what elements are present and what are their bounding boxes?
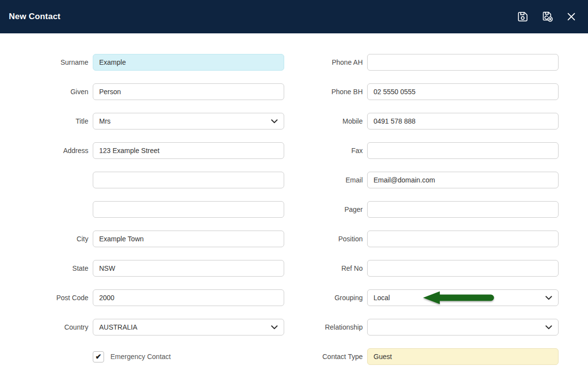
chevron-down-icon	[271, 323, 278, 331]
mobile-input[interactable]	[367, 113, 559, 129]
postcode-label: Post Code	[0, 294, 88, 302]
close-x-icon	[566, 12, 576, 22]
address2-input[interactable]	[93, 172, 284, 188]
fax-row: Fax	[294, 142, 559, 159]
address2-row	[0, 172, 284, 188]
given-label: Given	[0, 88, 88, 96]
country-select[interactable]: AUSTRALIA	[93, 319, 284, 335]
emergency-contact-label: Emergency Contact	[110, 353, 171, 361]
surname-input[interactable]	[93, 54, 284, 71]
postcode-input[interactable]	[93, 289, 284, 306]
phone-ah-row: Phone AH	[294, 54, 559, 71]
surname-row: Surname	[0, 54, 284, 71]
chevron-down-icon	[545, 294, 552, 302]
pager-label: Pager	[294, 206, 363, 213]
city-row: City	[0, 231, 284, 247]
fax-input[interactable]	[367, 142, 559, 159]
phone-ah-input[interactable]	[367, 54, 559, 71]
country-label: Country	[0, 323, 88, 331]
dialog-header: New Contact	[0, 0, 588, 33]
relationship-label: Relationship	[294, 323, 363, 331]
ref-no-label: Ref No	[294, 264, 363, 272]
save-button[interactable]	[515, 9, 530, 24]
state-row: State	[0, 260, 284, 277]
chevron-down-icon	[271, 117, 278, 125]
mobile-label: Mobile	[294, 117, 363, 125]
pager-row: Pager	[294, 201, 559, 218]
grouping-row: Grouping Local	[294, 289, 559, 306]
form-left-column: Surname Given Title Mrs Address	[0, 54, 284, 378]
relationship-row: Relationship	[294, 319, 559, 335]
save-discard-floppy-x-icon	[541, 10, 555, 24]
address-label: Address	[0, 147, 88, 155]
given-input[interactable]	[93, 83, 284, 100]
address3-input[interactable]	[93, 201, 284, 218]
phone-bh-label: Phone BH	[294, 88, 363, 96]
contact-type-row: Contact Type	[294, 348, 559, 365]
country-row: Country AUSTRALIA	[0, 319, 284, 335]
postcode-row: Post Code	[0, 289, 284, 306]
contact-type-input[interactable]	[367, 348, 559, 365]
save-discard-button[interactable]	[540, 9, 556, 25]
form-right-column: Phone AH Phone BH Mobile Fax Email Pager…	[294, 54, 559, 378]
title-select[interactable]: Mrs	[93, 113, 284, 129]
state-input[interactable]	[93, 260, 284, 277]
position-input[interactable]	[367, 231, 559, 247]
city-input[interactable]	[93, 231, 284, 247]
ref-no-row: Ref No	[294, 260, 559, 277]
checkmark-icon: ✔	[95, 352, 102, 361]
position-label: Position	[294, 235, 363, 243]
grouping-label: Grouping	[294, 294, 363, 302]
ref-no-input[interactable]	[367, 260, 559, 277]
fax-label: Fax	[294, 147, 363, 155]
phone-ah-label: Phone AH	[294, 58, 363, 66]
relationship-select[interactable]	[367, 319, 559, 335]
contact-type-label: Contact Type	[294, 353, 363, 361]
phone-bh-row: Phone BH	[294, 83, 559, 100]
title-label: Title	[0, 117, 88, 125]
phone-bh-input[interactable]	[367, 83, 559, 100]
email-row: Email	[294, 172, 559, 188]
emergency-contact-row: ✔ Emergency Contact	[93, 348, 284, 365]
city-label: City	[0, 235, 88, 243]
surname-label: Surname	[0, 58, 88, 66]
grouping-select-value: Local	[374, 294, 390, 302]
dialog-title: New Contact	[9, 12, 60, 22]
email-label: Email	[294, 176, 363, 184]
state-label: State	[0, 264, 88, 272]
position-row: Position	[294, 231, 559, 247]
email-input[interactable]	[367, 172, 559, 188]
emergency-contact-checkbox[interactable]: ✔	[93, 351, 104, 362]
given-row: Given	[0, 83, 284, 100]
grouping-select[interactable]: Local	[367, 289, 559, 306]
title-row: Title Mrs	[0, 113, 284, 129]
close-button[interactable]	[565, 11, 577, 23]
save-floppy-icon	[516, 10, 529, 23]
country-select-value: AUSTRALIA	[99, 323, 137, 331]
pager-input[interactable]	[367, 201, 559, 218]
contact-form: Surname Given Title Mrs Address	[0, 33, 588, 378]
mobile-row: Mobile	[294, 113, 559, 129]
chevron-down-icon	[545, 323, 552, 331]
title-select-value: Mrs	[99, 117, 110, 125]
address1-input[interactable]	[93, 142, 284, 159]
address1-row: Address	[0, 142, 284, 159]
address3-row	[0, 201, 284, 218]
header-actions	[515, 9, 577, 25]
